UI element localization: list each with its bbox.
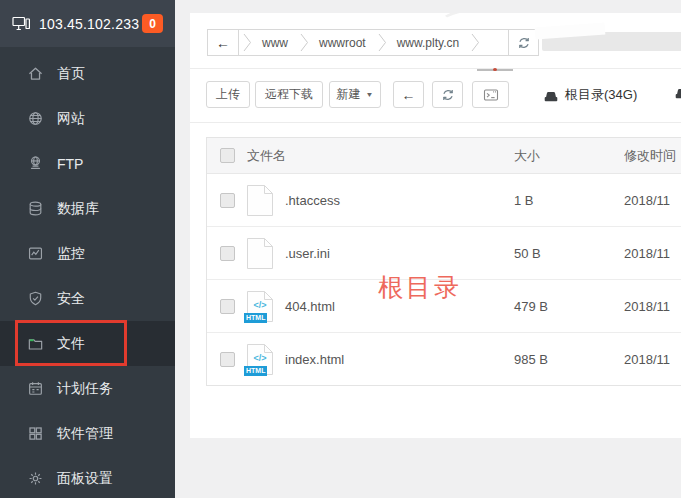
sidebar-item-label: 软件管理 <box>57 425 113 443</box>
database-icon <box>27 200 44 217</box>
sidebar-item-database[interactable]: 数据库 <box>0 186 175 231</box>
file-name[interactable]: index.html <box>285 352 514 367</box>
root-directory-selector[interactable]: 根目录(34G) <box>543 83 637 107</box>
file-size: 985 B <box>514 352 624 367</box>
sidebar-item-label: 文件 <box>57 335 85 353</box>
file-size: 479 B <box>514 299 624 314</box>
sidebar-item-label: 首页 <box>57 65 85 83</box>
breadcrumb-segment-www[interactable]: www <box>239 30 296 55</box>
sidebar-menu: 首页 网站 FTP <box>0 47 175 498</box>
breadcrumb: ← www wwwroot www.plty.cn <box>207 29 539 56</box>
row-checkbox[interactable] <box>220 246 235 261</box>
header-mtime: 修改时间 <box>624 147 681 165</box>
sidebar-item-label: 安全 <box>57 290 85 308</box>
html-file-icon: </> HTML <box>247 291 273 322</box>
blank-file-icon <box>247 185 273 216</box>
code-glyph: </> <box>247 300 273 310</box>
breadcrumb-segment-label: www <box>254 36 296 50</box>
annotation-red-dot <box>493 68 497 71</box>
new-file-dropdown-button[interactable]: 新建 ▼ <box>329 81 381 108</box>
chevron-right-icon <box>378 31 387 54</box>
file-size: 50 B <box>514 246 624 261</box>
sidebar-item-ftp[interactable]: FTP <box>0 141 175 186</box>
file-name[interactable]: .user.ini <box>285 246 514 261</box>
row-checkbox-cell <box>207 299 247 314</box>
chevron-right-icon <box>300 31 309 54</box>
row-checkbox[interactable] <box>220 299 235 314</box>
row-checkbox[interactable] <box>220 352 235 367</box>
divider <box>190 122 681 123</box>
terminal-icon <box>483 87 499 103</box>
file-row: .htaccess 1 B 2018/11 <box>207 174 681 227</box>
sidebar-item-software[interactable]: 软件管理 <box>0 411 175 456</box>
server-ip: 103.45.102.233 <box>39 16 142 32</box>
hard-drive-icon-partial[interactable] <box>674 85 681 100</box>
file-manager-panel: ← www wwwroot www.plty.cn <box>190 13 681 438</box>
app-root: 103.45.102.233 0 首页 网站 <box>0 0 681 498</box>
file-name[interactable]: .htaccess <box>285 193 514 208</box>
file-mtime: 2018/11 <box>624 193 681 208</box>
sidebar-item-label: 数据库 <box>57 200 99 218</box>
select-all-checkbox[interactable] <box>220 148 235 163</box>
file-mtime: 2018/11 <box>624 299 681 314</box>
file-mtime: 2018/11 <box>624 352 681 367</box>
sidebar-item-label: 监控 <box>57 245 85 263</box>
sidebar-item-monitor[interactable]: 监控 <box>0 231 175 276</box>
html-file-icon: </> HTML <box>247 344 273 375</box>
breadcrumb-spacer <box>480 30 508 55</box>
refresh-icon <box>441 88 455 102</box>
file-name[interactable]: 404.html <box>285 299 514 314</box>
html-badge: HTML <box>244 366 267 376</box>
ftp-globe-icon <box>27 155 44 172</box>
remote-download-button[interactable]: 远程下载 <box>255 81 323 108</box>
refresh-icon <box>517 36 531 50</box>
upload-button[interactable]: 上传 <box>206 81 250 108</box>
sidebar-item-label: 网站 <box>57 110 85 128</box>
gear-icon <box>27 470 44 487</box>
breadcrumb-segment-site[interactable]: www.plty.cn <box>374 30 467 55</box>
sidebar-item-files[interactable]: 文件 <box>0 321 175 366</box>
chevron-right-icon <box>471 30 480 55</box>
calendar-icon <box>27 380 44 397</box>
sidebar-item-security[interactable]: 安全 <box>0 276 175 321</box>
sidebar-item-home[interactable]: 首页 <box>0 51 175 96</box>
row-checkbox[interactable] <box>220 193 235 208</box>
notification-badge[interactable]: 0 <box>142 14 163 33</box>
file-mtime: 2018/11 <box>624 246 681 261</box>
chevron-right-icon <box>243 31 252 54</box>
refresh-button[interactable] <box>432 81 463 108</box>
sidebar-item-label: FTP <box>57 156 83 172</box>
path-refresh-button[interactable] <box>508 30 538 55</box>
row-checkbox-cell <box>207 352 247 367</box>
file-size: 1 B <box>514 193 624 208</box>
globe-icon <box>27 110 44 127</box>
code-glyph: </> <box>247 353 273 363</box>
caret-down-icon: ▼ <box>366 91 374 99</box>
file-row: .user.ini 50 B 2018/11 <box>207 227 681 280</box>
file-table: 文件名 大小 修改时间 .htaccess 1 B 2018/11 <box>206 137 681 386</box>
folder-icon <box>27 335 44 352</box>
path-back-button[interactable]: ← <box>208 30 239 55</box>
home-icon <box>27 65 44 82</box>
monitor-chart-icon <box>27 245 44 262</box>
sidebar-item-website[interactable]: 网站 <box>0 96 175 141</box>
sidebar-item-label: 面板设置 <box>57 470 113 488</box>
sidebar: 103.45.102.233 0 首页 网站 <box>0 0 175 498</box>
table-header-row: 文件名 大小 修改时间 <box>207 138 681 174</box>
sidebar-item-cron[interactable]: 计划任务 <box>0 366 175 411</box>
breadcrumb-segment-label: www.plty.cn <box>389 36 467 50</box>
divider <box>190 68 681 69</box>
row-checkbox-cell <box>207 246 247 261</box>
new-file-label: 新建 <box>337 86 361 103</box>
blank-file-icon <box>247 238 273 269</box>
sidebar-item-settings[interactable]: 面板设置 <box>0 456 175 498</box>
sidebar-item-label: 计划任务 <box>57 380 113 398</box>
terminal-button[interactable] <box>472 81 509 108</box>
file-icon-cell <box>247 238 285 269</box>
html-badge: HTML <box>244 313 267 323</box>
header-checkbox-cell <box>207 148 247 163</box>
server-monitor-icon <box>12 15 31 32</box>
back-button[interactable]: ← <box>393 81 424 108</box>
breadcrumb-segment-wwwroot[interactable]: wwwroot <box>296 30 374 55</box>
sidebar-header: 103.45.102.233 0 <box>0 0 175 47</box>
